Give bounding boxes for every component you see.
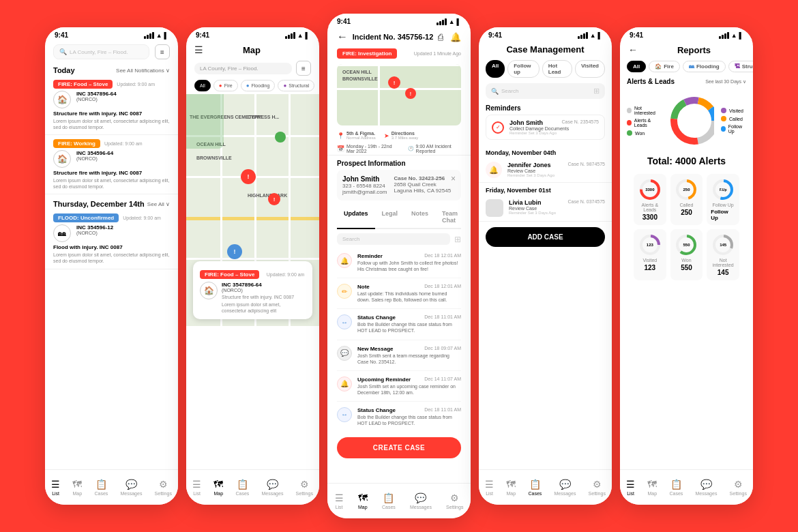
stat-name-notinterested: Not interested: [711, 258, 735, 267]
popup-inc-sub: (NORCO): [222, 288, 306, 293]
case-card-jennifer[interactable]: 🔔 Jennifer Jones Case N. 9874575 Review …: [479, 158, 612, 183]
filter-icon-4[interactable]: ⊞: [593, 87, 600, 95]
nav-settings-2[interactable]: ⚙ Settings: [296, 479, 313, 496]
report-tab-all[interactable]: All: [627, 61, 646, 72]
mini-map-label-ocean: OCEAN HILL: [342, 70, 372, 74]
case-action-jennifer: Review Case: [507, 168, 605, 173]
map-search-input[interactable]: LA County, Fire – Flood.: [194, 63, 292, 74]
tab-notes[interactable]: Notes: [404, 206, 435, 228]
nav-messages-4[interactable]: 💬 Messages: [555, 479, 576, 496]
update-date-message: Dec 18 09:07 AM: [424, 346, 461, 352]
report-tab-structural[interactable]: 🏗Structural: [728, 61, 753, 72]
add-case-button[interactable]: ADD CASE: [486, 227, 605, 247]
status-icons-2: ▲ ▌: [285, 32, 310, 39]
nav-list-1[interactable]: ☰ List: [51, 479, 60, 496]
case-search-bar[interactable]: 🔍 Search ⊞: [486, 83, 605, 99]
filter-mini-icon[interactable]: ⊞: [454, 235, 461, 244]
signal-icon-4: [578, 32, 588, 39]
incident-card-flood[interactable]: FLOOD: Unconfirmed Updated: 9:00 am 🏘 IN…: [45, 209, 178, 269]
nav-map-1[interactable]: 🗺 Map: [72, 479, 82, 496]
map-pin-flood[interactable]: !: [227, 244, 242, 259]
map-filter-icon[interactable]: ≡: [296, 61, 311, 76]
nav-cases-1[interactable]: 📋 Cases: [94, 479, 108, 496]
nav-cases-2[interactable]: 📋 Cases: [235, 479, 249, 496]
battery-icon-4: ▌: [598, 32, 602, 39]
case-tab-followup[interactable]: Follow up: [507, 60, 540, 78]
tab-updates[interactable]: Updates: [337, 206, 375, 229]
inc-desc-flood: Lorem ipsum dolor sit amet, consectetur …: [53, 252, 170, 264]
incident-card-1[interactable]: FIRE: Food – Stove Updated: 9:00 am 🏠 IN…: [45, 76, 178, 135]
nav-cases-4[interactable]: 📋 Cases: [528, 479, 542, 496]
case-search-input[interactable]: Search: [501, 88, 591, 94]
tab-flooding-2[interactable]: ●Flooding: [241, 80, 276, 91]
search-box-1[interactable]: 🔍 LA County, Fire – Flood.: [53, 44, 149, 59]
nav-map-2[interactable]: 🗺 Map: [213, 479, 223, 496]
nav-cases-5[interactable]: 📋 Cases: [669, 479, 683, 496]
map-pin-2[interactable]: !: [268, 193, 280, 205]
nav-cases-3[interactable]: 📋 Cases: [382, 492, 396, 509]
tab-teamchat[interactable]: Team Chat: [435, 206, 464, 228]
p1-header: 🔍 LA County, Fire – Flood. ≡: [45, 40, 178, 63]
case-tab-all[interactable]: All: [486, 60, 505, 78]
case-card-livia[interactable]: Livia Lubin Case N. 0374575 Review Case …: [479, 195, 612, 222]
nav-settings-1[interactable]: ⚙ Settings: [155, 479, 172, 496]
nav-list-5[interactable]: ☰ List: [626, 479, 635, 496]
nav-map-3[interactable]: 🗺 Map: [358, 492, 368, 509]
tab-fire-2[interactable]: ●Fire: [213, 80, 238, 91]
map-mini[interactable]: OCEAN HILL BROWNSVILLE ! !: [337, 64, 461, 125]
map-area[interactable]: OCEAN HILL BROWNSVILLE Cypress H... The …: [186, 94, 319, 326]
reminder-card-john[interactable]: ✓ John Smith Case N. 2354575 Collect Dam…: [486, 115, 605, 140]
stat-ring-label-visited: 123: [647, 243, 653, 247]
share-icon[interactable]: ⎙: [438, 32, 443, 42]
report-tab-fire[interactable]: 🏠Fire: [649, 61, 680, 72]
stat-ring-won: 550: [675, 233, 698, 256]
see-all-notifications[interactable]: See All Notifications ∨: [116, 68, 170, 74]
tab-legal[interactable]: Legal: [375, 206, 405, 228]
nav-messages-2[interactable]: 💬 Messages: [262, 479, 284, 496]
create-case-button[interactable]: CREATE CASE: [337, 437, 461, 458]
dot-alerts-leads: [627, 120, 632, 125]
tab-all-2[interactable]: All: [194, 80, 211, 91]
stat-ring-label-called: 250: [683, 188, 690, 192]
see-all-thu[interactable]: See All ∨: [147, 201, 170, 207]
prospect-card[interactable]: × John Smith 323 - 65548 8224 jsmith@gma…: [337, 170, 461, 201]
nav-settings-3[interactable]: ⚙ Settings: [446, 492, 463, 509]
popup-inc-desc: Structure fire with injury. INC 0087: [222, 294, 306, 300]
bell-icon-3[interactable]: 🔔: [450, 32, 461, 42]
nav-map-4[interactable]: 🗺 Map: [506, 479, 516, 496]
back-button-5[interactable]: ←: [628, 44, 638, 55]
filter-button-1[interactable]: ≡: [155, 44, 170, 59]
incident-card-2[interactable]: FIRE: Working Updated: 9:00 am 🏠 INC 354…: [45, 135, 178, 194]
date-range-row: 📅 Monday - 19th - 22nd Mar 2022 🕐 9:00 A…: [327, 143, 471, 155]
case-tab-visited[interactable]: Visited: [575, 60, 605, 78]
map-pin-green[interactable]: [275, 132, 286, 143]
map-popup[interactable]: FIRE: Food – Stove Updated: 9:00 am 🏠 IN…: [193, 261, 312, 319]
hamburger-icon[interactable]: ☰: [194, 44, 203, 55]
map-pin-1[interactable]: !: [241, 169, 256, 184]
nav-map-5[interactable]: 🗺 Map: [647, 479, 657, 496]
see-last-btn[interactable]: See last 30 Days ∨: [705, 79, 746, 85]
thursday-label: Thursday, December 14th: [53, 200, 145, 208]
case-tab-hotlead[interactable]: Hot Lead: [542, 60, 572, 78]
updates-search-input[interactable]: Search: [337, 233, 450, 245]
stat-val-won: 550: [681, 264, 692, 271]
nav-messages-5[interactable]: 💬 Messages: [696, 479, 718, 496]
status-icons-5: ▲ ▌: [719, 32, 743, 39]
nav-settings-5[interactable]: ⚙ Settings: [730, 479, 747, 496]
nav-messages-1[interactable]: 💬 Messages: [121, 479, 143, 496]
nav-list-4[interactable]: ☰ List: [485, 479, 494, 496]
case-tabs: All Follow up Hot Lead Visited: [479, 57, 612, 80]
back-button-3[interactable]: ←: [337, 31, 348, 43]
nav-msg-label-5: Messages: [696, 491, 718, 496]
report-tab-flooding[interactable]: 🏘Flooding: [683, 61, 726, 72]
nav-list-3[interactable]: ☰ List: [335, 492, 344, 509]
directions-info[interactable]: ➤ Directions 3.7 Miles away: [384, 131, 419, 140]
prospect-city: Laguna Hills, CA 92545: [394, 188, 451, 194]
tab-structural-2[interactable]: ●Structural: [278, 80, 314, 91]
nav-messages-3[interactable]: 💬 Messages: [410, 492, 432, 509]
nav-list-2[interactable]: ☰ List: [192, 479, 201, 496]
settings-icon: ⚙: [159, 479, 168, 490]
nav-settings-4[interactable]: ⚙ Settings: [589, 479, 606, 496]
reminders-section: Reminders ✓ John Smith Case N. 2354575 C…: [479, 102, 612, 145]
close-prospect-btn[interactable]: ×: [451, 174, 456, 183]
